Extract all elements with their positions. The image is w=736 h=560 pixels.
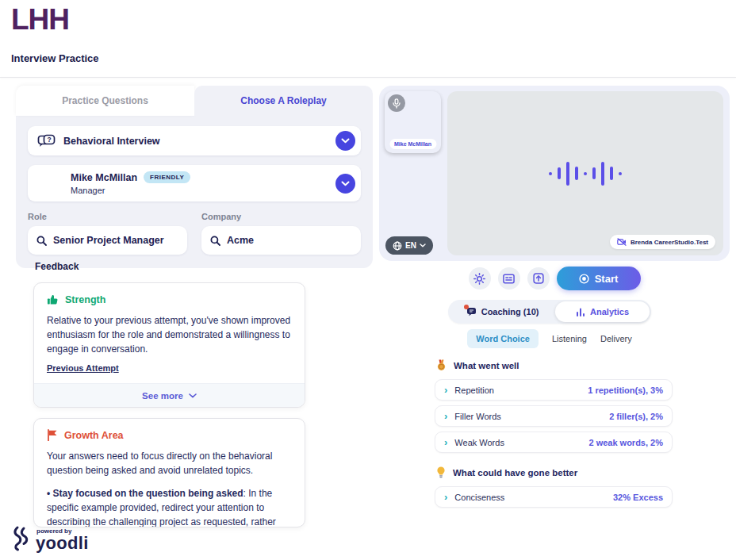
previous-attempt-link[interactable]: Previous Attempt [47, 363, 119, 373]
coaching-tab-label: Coaching (10) [481, 307, 539, 316]
strength-title: Strength [65, 294, 105, 305]
subtab-delivery[interactable]: Delivery [600, 334, 632, 343]
see-more-button[interactable]: See more [34, 383, 305, 407]
chevron-right-icon [444, 385, 447, 395]
page-title: Interview Practice [11, 52, 99, 64]
chevron-down-icon [341, 138, 350, 144]
subtab-word-choice[interactable]: Word Choice [467, 329, 539, 348]
yoodli-logo-icon [11, 525, 30, 552]
strength-card: Strength Relative to your previous attem… [33, 282, 305, 408]
coach-row[interactable]: Weak Words 2 weak words, 2% [435, 432, 673, 453]
feedback-heading: Feedback [35, 261, 305, 272]
coach-row-label: Conciseness [454, 493, 504, 502]
teleprompter-icon [503, 274, 515, 284]
lightbulb-icon [436, 466, 446, 478]
record-icon [579, 274, 589, 284]
coach-row-value: 1 repetition(s), 3% [588, 385, 663, 395]
language-selector[interactable]: EN [385, 236, 433, 255]
gone-better-title: What could have gone better [453, 468, 577, 478]
chevron-right-icon [444, 411, 447, 421]
coach-row-value: 2 weak words, 2% [588, 438, 663, 447]
role-field-group: Role Senior Project Manager [28, 212, 187, 255]
settings-button[interactable] [469, 267, 491, 290]
chevron-right-icon [444, 492, 447, 502]
lhh-logo: LHH [11, 3, 69, 36]
roleplay-panel-body: ? Behavioral Interview Mike McMillan FRI… [16, 116, 373, 268]
coach-row[interactable]: Conciseness 32% Excess [435, 486, 673, 508]
chevron-right-icon [444, 437, 447, 447]
persona-expand-button[interactable] [335, 174, 355, 194]
analytics-subtabs: Word Choice Listening Delivery [448, 328, 651, 349]
coach-row-label: Repetition [454, 385, 494, 395]
persona-name: Mike McMillan [71, 172, 137, 183]
chat-question-icon: ? [37, 134, 56, 148]
company-input-value: Acme [227, 235, 254, 246]
strength-body: Relative to your previous attempt, you'v… [47, 313, 292, 356]
persona-avatar [37, 171, 63, 196]
gone-better-header: What could have gone better [436, 466, 673, 478]
company-label: Company [201, 212, 361, 221]
scenario-selector[interactable]: ? Behavioral Interview [28, 126, 361, 155]
role-company-fields: Role Senior Project Manager Company [28, 212, 361, 255]
video-off-icon [617, 238, 627, 246]
roleplay-tabbar: Practice Questions Choose A Roleplay [16, 86, 373, 116]
growth-bullet: • Stay focused on the question being ask… [47, 486, 292, 527]
audio-waveform-icon [549, 162, 622, 186]
subtab-listening[interactable]: Listening [552, 334, 587, 343]
persona-title: Manager [71, 186, 190, 195]
went-well-title: What went well [454, 361, 519, 370]
coach-tab-control: Coaching (10) Analytics [448, 300, 651, 324]
tab-practice-questions[interactable]: Practice Questions [16, 86, 194, 116]
coach-row[interactable]: Filler Words 2 filler(s), 2% [435, 405, 673, 427]
teleprompter-button[interactable] [498, 267, 520, 290]
company-field-group: Company Acme [201, 212, 361, 255]
went-well-header: What went well [436, 359, 673, 371]
microphone-icon[interactable] [388, 94, 405, 112]
tab-analytics[interactable]: Analytics [555, 301, 650, 322]
svg-text:?: ? [47, 136, 51, 144]
growth-body: Your answers need to focus directly on t… [47, 449, 292, 478]
share-button[interactable] [527, 267, 550, 290]
growth-area-card: Growth Area Your answers need to focus d… [33, 418, 305, 527]
powered-by-yoodli: powered by yoodli [11, 525, 89, 552]
header-divider [0, 77, 736, 78]
video-area: Brenda CareerStudio.Test [447, 91, 723, 255]
gone-better-rows: Conciseness 32% Excess [435, 486, 673, 508]
start-button[interactable]: Start [557, 267, 641, 290]
language-label: EN [405, 241, 416, 250]
scenario-expand-button[interactable] [335, 131, 355, 151]
webcam-thumbnail: Mike McMillan [385, 91, 441, 153]
company-input[interactable]: Acme [201, 226, 361, 255]
gear-icon [473, 273, 485, 285]
scenario-label: Behavioral Interview [63, 136, 160, 147]
coach-row-label: Weak Words [454, 438, 504, 447]
role-input[interactable]: Senior Project Manager [28, 226, 187, 255]
tab-coaching[interactable]: Coaching (10) [450, 301, 555, 322]
stage-controls: Start [379, 267, 730, 290]
chevron-down-icon [420, 244, 426, 247]
globe-icon [393, 241, 402, 251]
persona-friendly-badge: FRIENDLY [144, 171, 190, 183]
medal-icon [436, 359, 447, 371]
coach-row-value: 32% Excess [613, 493, 663, 502]
caption-pill: Brenda CareerStudio.Test [610, 235, 715, 249]
participant-name-pill: Mike McMillan [389, 139, 436, 149]
persona-info: Mike McMillan FRIENDLY Manager [71, 171, 190, 195]
video-stage: Mike McMillan EN Brenda CareerStudio.Tes… [379, 86, 730, 261]
role-input-value: Senior Project Manager [53, 235, 164, 246]
roleplay-panel: Practice Questions Choose A Roleplay ? B… [16, 86, 373, 268]
search-icon [36, 236, 47, 246]
flag-icon [47, 429, 58, 441]
persona-selector[interactable]: Mike McMillan FRIENDLY Manager [28, 165, 361, 201]
coach-row-value: 2 filler(s), 2% [609, 412, 663, 421]
analytics-lists: What went well Repetition 1 repetition(s… [435, 359, 673, 512]
bar-chart-icon [576, 308, 585, 316]
went-well-rows: Repetition 1 repetition(s), 3% Filler Wo… [435, 379, 673, 453]
coach-row[interactable]: Repetition 1 repetition(s), 3% [435, 379, 673, 401]
coach-row-label: Filler Words [454, 412, 500, 421]
see-more-label: See more [142, 391, 183, 401]
chevron-down-icon [189, 393, 197, 398]
thumbs-up-icon [47, 293, 59, 305]
tab-choose-a-roleplay[interactable]: Choose A Roleplay [194, 86, 373, 116]
growth-title: Growth Area [64, 430, 124, 441]
